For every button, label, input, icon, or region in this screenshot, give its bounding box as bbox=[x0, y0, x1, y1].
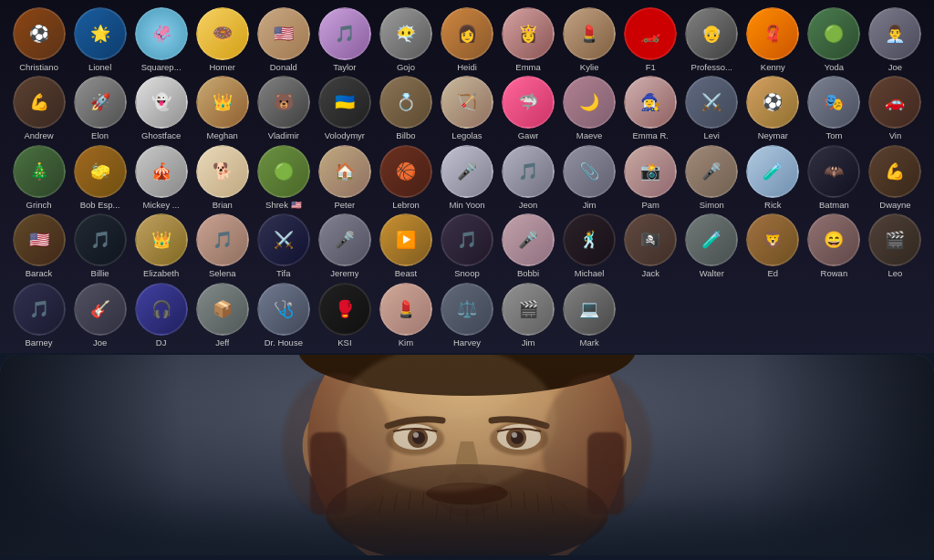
avatar-item-squidward[interactable]: 🦑Squarep... bbox=[131, 7, 191, 72]
avatar-circle-lebron: 🏀 bbox=[379, 145, 432, 198]
avatar-item-jim2[interactable]: 🎬Jim bbox=[499, 283, 558, 347]
avatar-item-lionel[interactable]: 🌟Lionel bbox=[70, 7, 130, 72]
avatar-circle-bob: 🧽 bbox=[74, 145, 127, 198]
avatar-label-homer: Homer bbox=[209, 62, 235, 72]
avatar-item-bob[interactable]: 🧽Bob Esp... bbox=[70, 145, 130, 210]
avatar-item-michael[interactable]: 🕺Michael bbox=[560, 213, 619, 278]
avatar-item-jeon[interactable]: 🎵Jeon bbox=[499, 145, 558, 210]
avatar-item-vladimir[interactable]: 🐻Vladimir bbox=[254, 76, 313, 140]
avatar-item-batman[interactable]: 🦇Batman bbox=[804, 145, 864, 210]
avatar-item-brian[interactable]: 🐕Brian bbox=[192, 145, 252, 210]
avatar-item-donald[interactable]: 🇺🇸Donald bbox=[254, 7, 313, 72]
avatar-label-rick: Rick bbox=[764, 200, 781, 210]
avatar-item-snoop[interactable]: 🎵Snoop bbox=[437, 213, 496, 278]
avatar-item-elizabeth[interactable]: 👑Elizabeth bbox=[131, 213, 191, 278]
avatar-item-emmar[interactable]: 🧙‍♀️Emma R. bbox=[621, 76, 680, 140]
avatar-item-emma[interactable]: 👸Emma bbox=[499, 7, 558, 72]
avatar-circle-joe2: 🎸 bbox=[74, 283, 127, 336]
avatar-label-leo: Leo bbox=[888, 268, 903, 278]
avatar-item-meghan[interactable]: 👑Meghan bbox=[192, 76, 252, 140]
avatar-image-bilbo: 💍 bbox=[379, 76, 432, 129]
avatar-item-jeremy[interactable]: 🎤Jeremy bbox=[315, 213, 374, 278]
avatar-item-jim[interactable]: 📎Jim bbox=[560, 145, 619, 210]
avatar-item-walter[interactable]: 🧪Walter bbox=[682, 213, 742, 278]
avatar-item-beast[interactable]: ▶️Beast bbox=[376, 213, 435, 278]
avatar-item-ghostface[interactable]: 👻Ghostface bbox=[131, 76, 191, 140]
avatar-item-legolas[interactable]: 🏹Legolas bbox=[437, 76, 496, 140]
avatar-circle-heidi: 👩 bbox=[441, 7, 493, 60]
avatar-item-kenny[interactable]: 🧣Kenny bbox=[743, 7, 803, 72]
avatar-item-leo[interactable]: 🎬Leo bbox=[866, 213, 925, 278]
avatar-label-taylor: Taylor bbox=[333, 62, 356, 72]
avatar-item-selena[interactable]: 🎵Selena bbox=[192, 213, 252, 278]
avatar-item-professor[interactable]: 👴Professo... bbox=[682, 7, 742, 72]
avatar-circle-andrew: 💪 bbox=[13, 76, 66, 129]
avatar-item-pam[interactable]: 📸Pam bbox=[621, 145, 680, 210]
avatar-item-minyoon[interactable]: 🎤Min Yoon bbox=[437, 145, 496, 210]
avatar-item-mickey[interactable]: 🎪Mickey ... bbox=[131, 145, 191, 210]
avatar-image-lionel: 🌟 bbox=[74, 7, 127, 60]
avatar-item-grinch[interactable]: 🎄Grinch bbox=[9, 145, 68, 210]
avatar-item-maeve[interactable]: 🌙Maeve bbox=[560, 76, 619, 140]
avatar-image-volodymyr: 🇺🇦 bbox=[318, 76, 371, 129]
avatar-item-simon[interactable]: 🎤Simon bbox=[682, 145, 742, 210]
avatar-item-levi[interactable]: ⚔️Levi bbox=[682, 76, 742, 140]
avatar-item-elon[interactable]: 🚀Elon bbox=[70, 76, 130, 140]
avatar-grid: ⚽Christiano🌟Lionel🦑Squarep...🍩Homer🇺🇸Don… bbox=[9, 7, 925, 347]
avatar-item-homer[interactable]: 🍩Homer bbox=[192, 7, 252, 72]
avatar-item-drhouse[interactable]: 🩺Dr. House bbox=[254, 283, 313, 347]
avatar-circle-joe: 👨‍💼 bbox=[868, 7, 921, 60]
avatar-item-ksi[interactable]: 🥊KSI bbox=[315, 283, 374, 347]
avatar-item-dwayne[interactable]: 💪Dwayne bbox=[866, 145, 925, 210]
avatar-item-joe2[interactable]: 🎸Joe bbox=[70, 283, 130, 347]
avatar-item-bobbi[interactable]: 🎤Bobbi bbox=[499, 213, 558, 278]
avatar-item-rowan[interactable]: 😄Rowan bbox=[804, 213, 864, 278]
avatar-item-jeff[interactable]: 📦Jeff bbox=[192, 283, 252, 347]
avatar-label-lionel: Lionel bbox=[88, 62, 111, 72]
avatar-item-joe[interactable]: 👨‍💼Joe bbox=[866, 7, 925, 72]
avatar-item-heidi[interactable]: 👩Heidi bbox=[437, 7, 496, 72]
avatar-item-gojo[interactable]: 😶‍🌫️Gojo bbox=[376, 7, 435, 72]
avatar-item-barack[interactable]: 🇺🇸Barack bbox=[9, 213, 68, 278]
avatar-item-ed[interactable]: 🦁Ed bbox=[743, 213, 803, 278]
avatar-item-tom[interactable]: 🎭Tom bbox=[804, 76, 864, 140]
avatar-circle-lionel: 🌟 bbox=[74, 7, 127, 60]
avatar-item-gawr[interactable]: 🦈Gawr bbox=[499, 76, 558, 140]
avatar-item-peter[interactable]: 🏠Peter bbox=[315, 145, 374, 210]
avatar-item-bilbo[interactable]: 💍Bilbo bbox=[376, 76, 435, 140]
avatar-item-harvey[interactable]: ⚖️Harvey bbox=[437, 283, 496, 347]
avatar-item-rick[interactable]: 🧪Rick bbox=[743, 145, 803, 210]
avatar-circle-elizabeth: 👑 bbox=[135, 213, 188, 266]
avatar-item-vin[interactable]: 🚗Vin bbox=[866, 76, 925, 140]
avatar-item-kylie[interactable]: 💄Kylie bbox=[560, 7, 619, 72]
avatar-image-shrek: 🟢 bbox=[257, 145, 310, 198]
avatar-item-yoda[interactable]: 🟢Yoda bbox=[804, 7, 864, 72]
avatar-item-billie[interactable]: 🎵Billie bbox=[70, 213, 130, 278]
avatar-image-legolas: 🏹 bbox=[441, 76, 493, 129]
avatar-item-f1[interactable]: 🏎️F1 bbox=[621, 7, 680, 72]
avatar-item-barney[interactable]: 🎵Barney bbox=[9, 283, 68, 347]
avatar-circle-minyoon: 🎤 bbox=[441, 145, 493, 198]
avatar-image-pam: 📸 bbox=[624, 145, 677, 198]
avatar-image-grinch: 🎄 bbox=[13, 145, 66, 198]
avatar-image-maeve: 🌙 bbox=[563, 76, 616, 129]
avatar-label-michael: Michael bbox=[575, 268, 605, 278]
avatar-image-cristiano: ⚽ bbox=[13, 7, 66, 60]
avatar-item-kim[interactable]: 💄Kim bbox=[376, 283, 435, 347]
avatar-image-batman: 🦇 bbox=[807, 145, 860, 198]
avatar-item-mark[interactable]: 💻Mark bbox=[560, 283, 619, 347]
avatar-item-volodymyr[interactable]: 🇺🇦Volodymyr bbox=[315, 76, 374, 140]
avatar-item-taylor[interactable]: 🎵Taylor bbox=[315, 7, 374, 72]
avatar-item-dj[interactable]: 🎧DJ bbox=[131, 283, 191, 347]
avatar-item-cristiano[interactable]: ⚽Christiano bbox=[9, 7, 68, 72]
avatar-item-shrek[interactable]: 🟢Shrek 🇺🇸 bbox=[254, 145, 313, 210]
avatar-item-andrew[interactable]: 💪Andrew bbox=[9, 76, 68, 140]
avatar-item-tifa[interactable]: ⚔️Tifa bbox=[254, 213, 313, 278]
avatar-circle-jeremy: 🎤 bbox=[318, 213, 371, 266]
avatar-image-homer: 🍩 bbox=[196, 7, 249, 60]
avatar-item-jack[interactable]: 🏴‍☠️Jack bbox=[621, 213, 680, 278]
avatar-item-neymar[interactable]: ⚽Neymar bbox=[743, 76, 803, 140]
avatar-circle-levi: ⚔️ bbox=[685, 76, 738, 129]
avatar-item-lebron[interactable]: 🏀Lebron bbox=[376, 145, 435, 210]
avatar-circle-harvey: ⚖️ bbox=[441, 283, 493, 336]
